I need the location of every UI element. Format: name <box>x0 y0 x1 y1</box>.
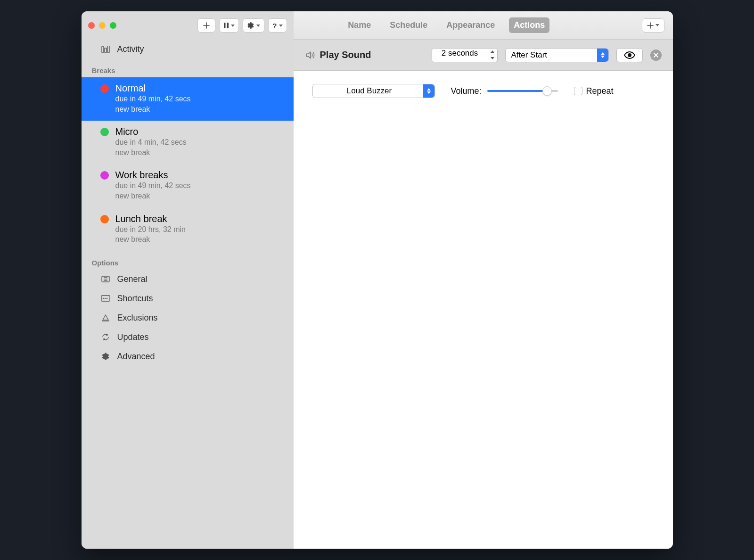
sidebar-item-activity[interactable]: Activity <box>82 40 294 59</box>
chevron-down-icon <box>656 24 659 26</box>
svg-rect-0 <box>224 23 226 28</box>
chevron-down-icon <box>279 25 283 27</box>
sliders-icon <box>100 276 111 282</box>
action-header: Play Sound 2 seconds After Start <box>294 40 673 71</box>
speaker-icon <box>305 50 315 60</box>
break-due: due in 4 min, 42 secs <box>115 137 187 148</box>
svg-point-14 <box>628 54 631 57</box>
delay-input[interactable]: 2 seconds <box>432 48 488 62</box>
option-label: Updates <box>117 332 149 342</box>
pause-icon <box>223 22 229 29</box>
chevron-down-icon <box>491 57 494 59</box>
checkbox-box <box>574 87 582 95</box>
break-name: Micro <box>115 126 187 137</box>
chevron-down-icon <box>256 25 260 27</box>
break-note: new break <box>115 104 191 115</box>
break-item-lunch-break[interactable]: Lunch break due in 20 hrs, 32 min new br… <box>82 208 294 251</box>
break-name: Normal <box>115 83 191 94</box>
volume-slider[interactable] <box>487 86 558 96</box>
keyboard-icon <box>100 295 111 302</box>
break-item-normal[interactable]: Normal due in 49 min, 42 secs new break <box>82 77 294 121</box>
sound-value: Loud Buzzer <box>347 86 392 96</box>
tab-appearance[interactable]: Appearance <box>442 17 500 33</box>
tab-schedule[interactable]: Schedule <box>385 17 432 33</box>
svg-rect-3 <box>105 48 107 52</box>
color-dot <box>100 171 109 180</box>
zoom-window-button[interactable] <box>110 22 116 29</box>
tab-bar: Name Schedule Appearance Actions <box>343 17 549 33</box>
delay-stepper[interactable] <box>488 48 498 62</box>
option-label: Advanced <box>117 352 155 362</box>
delay-field: 2 seconds <box>432 48 498 62</box>
sound-select[interactable]: Loud Buzzer <box>312 84 435 98</box>
preview-button[interactable] <box>616 48 643 62</box>
options-list: General Shortcuts Exclusions Updates <box>82 270 294 366</box>
timing-select[interactable]: After Start <box>505 48 609 62</box>
minimize-window-button[interactable] <box>99 22 106 29</box>
break-item-work-breaks[interactable]: Work breaks due in 49 min, 42 secs new b… <box>82 164 294 207</box>
break-due: due in 20 hrs, 32 min <box>115 224 186 235</box>
action-body: Loud Buzzer Volume: Repeat <box>294 71 673 111</box>
break-note: new break <box>115 148 187 158</box>
svg-rect-1 <box>227 23 229 28</box>
svg-rect-2 <box>102 47 104 52</box>
svg-rect-4 <box>107 46 109 52</box>
breaks-list: Normal due in 49 min, 42 secs new break … <box>82 77 294 251</box>
slider-fill <box>487 90 548 92</box>
sidebar: ? Activity Breaks Normal due in 49 min, … <box>82 11 294 549</box>
break-item-micro[interactable]: Micro due in 4 min, 42 secs new break <box>82 121 294 164</box>
svg-point-12 <box>107 298 107 299</box>
break-name: Work breaks <box>115 170 191 181</box>
sidebar-item-general[interactable]: General <box>82 270 294 289</box>
option-label: General <box>117 274 148 284</box>
add-break-button[interactable] <box>197 18 215 33</box>
break-note: new break <box>115 191 191 201</box>
slider-thumb[interactable] <box>542 86 552 96</box>
eye-icon <box>624 51 635 59</box>
color-dot <box>100 215 109 223</box>
action-title-text: Play Sound <box>320 49 371 60</box>
svg-point-11 <box>105 298 105 299</box>
refresh-icon <box>100 333 111 341</box>
stepper-up[interactable] <box>488 49 497 56</box>
volume-control: Volume: <box>451 86 558 96</box>
sidebar-toolbar: ? <box>82 11 294 40</box>
break-due: due in 49 min, 42 secs <box>115 94 191 104</box>
stepper-down[interactable] <box>488 55 497 62</box>
sidebar-item-exclusions[interactable]: Exclusions <box>82 308 294 328</box>
plus-icon <box>203 22 210 29</box>
plus-icon <box>647 22 654 29</box>
settings-button[interactable] <box>243 18 264 33</box>
chevron-up-icon <box>491 50 494 53</box>
svg-point-10 <box>103 298 103 299</box>
close-window-button[interactable] <box>88 22 95 29</box>
break-due: due in 49 min, 42 secs <box>115 181 191 191</box>
pause-button[interactable] <box>219 18 239 33</box>
main-pane: Name Schedule Appearance Actions Play So… <box>294 11 673 549</box>
sidebar-item-advanced[interactable]: Advanced <box>82 347 294 366</box>
add-action-button[interactable] <box>642 18 664 33</box>
chevron-down-icon <box>231 25 235 27</box>
option-label: Exclusions <box>117 313 158 323</box>
break-name: Lunch break <box>115 214 186 224</box>
repeat-checkbox[interactable]: Repeat <box>574 86 614 96</box>
select-arrows-icon <box>597 49 608 62</box>
gear-icon <box>100 352 111 361</box>
gear-icon <box>247 22 254 29</box>
option-label: Shortcuts <box>117 294 153 304</box>
color-dot <box>100 128 109 136</box>
apps-icon <box>100 314 111 321</box>
tab-actions[interactable]: Actions <box>509 17 549 33</box>
remove-action-button[interactable] <box>650 49 662 61</box>
activity-label: Activity <box>117 44 144 54</box>
tab-name[interactable]: Name <box>343 17 376 33</box>
help-button[interactable]: ? <box>268 18 287 33</box>
activity-icon <box>100 46 111 53</box>
question-icon: ? <box>272 22 277 30</box>
volume-label: Volume: <box>451 86 482 96</box>
main-toolbar: Name Schedule Appearance Actions <box>294 11 673 40</box>
sidebar-item-updates[interactable]: Updates <box>82 328 294 347</box>
window-controls <box>88 22 116 29</box>
sidebar-item-shortcuts[interactable]: Shortcuts <box>82 289 294 308</box>
breaks-header: Breaks <box>82 59 294 77</box>
